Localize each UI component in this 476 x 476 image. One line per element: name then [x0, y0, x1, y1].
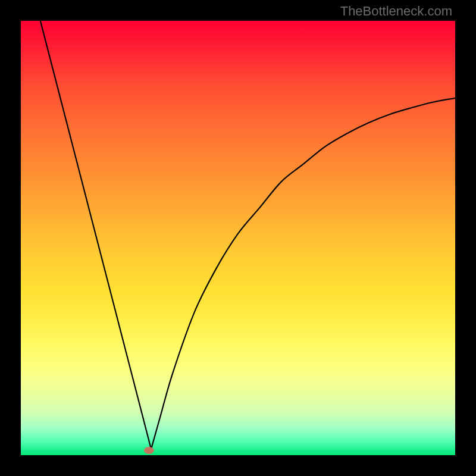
- chart-frame: TheBottleneck.com: [0, 0, 476, 476]
- chart-svg: [0, 0, 476, 476]
- minimum-marker: [144, 447, 154, 453]
- curve-right: [151, 98, 455, 449]
- watermark-text: TheBottleneck.com: [340, 4, 452, 19]
- curve-left: [40, 21, 151, 449]
